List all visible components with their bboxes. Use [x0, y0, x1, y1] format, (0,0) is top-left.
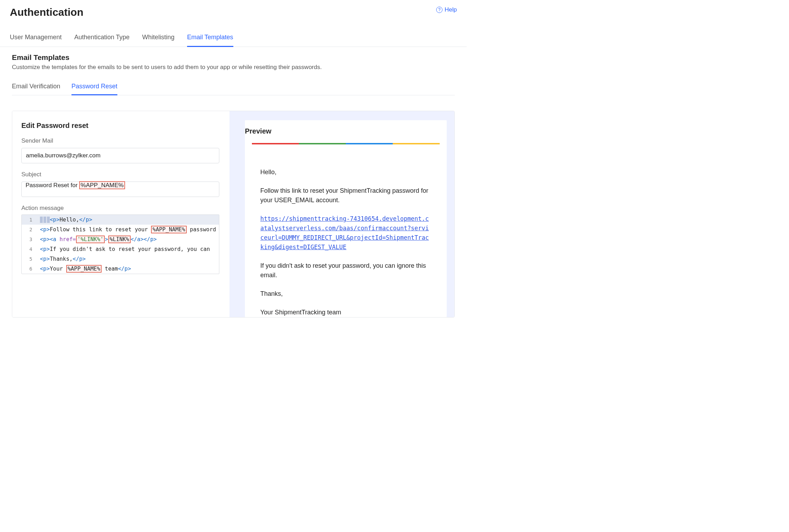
code-line[interactable]: 2 <p>Follow this link to reset your %APP… — [22, 225, 219, 234]
line-number: 1 — [22, 215, 40, 224]
preview-card: Hello, Follow this link to reset your Sh… — [245, 143, 447, 317]
preview-thanks: Thanks, — [260, 289, 431, 299]
subject-label: Subject — [21, 171, 220, 178]
code-line[interactable]: 1 <p>Hello,</p> — [22, 215, 219, 225]
sender-mail-input[interactable] — [21, 148, 219, 163]
action-message-label: Action message — [21, 205, 220, 212]
preview-reset-link[interactable]: https://shipmenttracking-74310654.develo… — [260, 215, 429, 251]
preview-title: Preview — [245, 127, 447, 135]
subtab-email-verification[interactable]: Email Verification — [12, 83, 60, 95]
code-line[interactable]: 4 <p>If you didn't ask to reset your pas… — [22, 244, 219, 254]
preview-signoff: Your ShipmentTracking team — [260, 308, 431, 317]
subtab-password-reset[interactable]: Password Reset — [71, 83, 117, 95]
tab-whitelisting[interactable]: Whitelisting — [142, 34, 174, 47]
subject-input[interactable] — [21, 182, 219, 197]
help-icon: ? — [436, 7, 442, 13]
section-title: Email Templates — [12, 53, 455, 62]
help-link[interactable]: ? Help — [436, 6, 457, 13]
line-number: 4 — [22, 245, 40, 254]
line-number: 2 — [22, 225, 40, 234]
page-title: Authentication — [10, 6, 83, 18]
tab-email-templates[interactable]: Email Templates — [187, 34, 233, 47]
edit-title: Edit Password reset — [21, 122, 220, 130]
tab-user-management[interactable]: User Management — [10, 34, 62, 47]
help-label: Help — [445, 6, 457, 13]
section-description: Customize the templates for the emails t… — [12, 64, 455, 71]
token-app-name: %APP_NAME% — [66, 265, 102, 273]
tab-authentication-type[interactable]: Authentication Type — [74, 34, 130, 47]
line-number: 3 — [22, 235, 40, 244]
preview-greeting: Hello, — [260, 168, 431, 177]
code-line[interactable]: 3 <p><a href='%LINK%'>%LINK%</a></p> — [22, 234, 219, 244]
line-number: 5 — [22, 254, 40, 264]
token-app-name: %APP_NAME% — [151, 226, 186, 233]
preview-ignore-text: If you didn't ask to reset your password… — [260, 261, 431, 280]
action-message-editor[interactable]: 1 <p>Hello,</p> 2 <p>Follow this link to… — [21, 214, 219, 274]
sender-mail-label: Sender Mail — [21, 137, 220, 144]
secondary-tabs: Email Verification Password Reset — [12, 83, 455, 95]
token-link: '%LINK%' — [76, 236, 105, 243]
primary-tabs: User Management Authentication Type Whit… — [0, 34, 467, 47]
preview-color-bar — [252, 143, 440, 144]
token-link: %LINK% — [108, 236, 131, 243]
preview-body-text: Follow this link to reset your ShipmentT… — [260, 186, 431, 205]
line-number: 6 — [22, 264, 40, 273]
code-line[interactable]: 5 <p>Thanks,</p> — [22, 254, 219, 264]
code-line[interactable]: 6 <p>Your %APP_NAME% team</p> — [22, 264, 219, 274]
